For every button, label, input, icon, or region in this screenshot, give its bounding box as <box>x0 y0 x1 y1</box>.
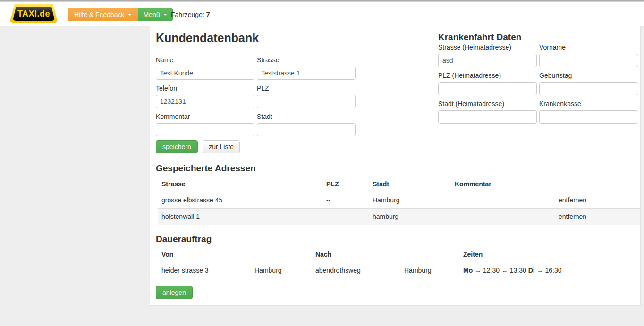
telefon-field-group: Telefon <box>156 84 254 108</box>
stadt-field-group: Stadt <box>257 113 356 136</box>
strasse-input[interactable] <box>257 67 356 80</box>
krankenfahrt-title: Krankenfahrt Daten <box>438 32 521 42</box>
adressen-header-kommentar: Kommentar <box>451 176 555 192</box>
anlegen-button[interactable]: anlegen <box>156 286 193 299</box>
zeiten-segment: → 16:30 <box>537 267 562 274</box>
dauerauftrag-header-row: Von Nach Zeiten <box>158 247 640 262</box>
kommentar-input[interactable] <box>156 123 254 136</box>
heimat-plz-input[interactable] <box>438 82 537 95</box>
dauerauftrag-title: Dauerauftrag <box>156 234 212 244</box>
taxi-logo-sign: TAXI.de <box>13 7 55 21</box>
adresse-stadt-cell: Hamburg <box>369 192 451 209</box>
menu-label: Menü <box>144 11 160 18</box>
hilfe-feedback-button[interactable]: Hilfe & Feedback <box>68 8 138 21</box>
heimat-stadt-input[interactable] <box>438 110 537 124</box>
name-field-group: Name <box>156 56 254 80</box>
hilfe-feedback-label: Hilfe & Feedback <box>74 11 125 18</box>
adressen-header-row: Strasse PLZ Stadt Kommentar <box>158 176 640 192</box>
main-content-panel: Kundendatenbank Name Strasse Telefon PLZ… <box>150 26 641 306</box>
adressen-header-stadt: Stadt <box>369 176 451 192</box>
dauerauftrag-header-nach: Nach <box>312 247 400 262</box>
zeiten-day: Di <box>528 267 535 274</box>
adresse-strasse-cell: holstenwall 1 <box>158 209 322 225</box>
von-strasse-cell: heider strasse 3 <box>158 262 251 279</box>
stadt-label: Stadt <box>257 113 356 120</box>
zeiten-segment: → 12:30 ← 13:30 <box>475 267 526 274</box>
dauerauftrag-header-von: Von <box>158 247 251 262</box>
adressen-table: Strasse PLZ Stadt Kommentar grosse elbst… <box>158 176 640 225</box>
strasse-label: Strasse <box>257 56 356 64</box>
von-stadt-cell: Hamburg <box>251 262 312 279</box>
page-title: Kundendatenbank <box>156 31 259 45</box>
header-button-group: Hilfe & Feedback Menü <box>68 8 173 21</box>
adresse-kommentar-cell <box>451 209 555 225</box>
dauerauftrag-header-von-stadt <box>251 247 312 262</box>
taxi-logo[interactable]: TAXI.de <box>9 4 58 23</box>
dauerauftrag-header-zeiten: Zeiten <box>459 247 640 262</box>
krankenkasse-input[interactable] <box>539 110 638 124</box>
caret-down-icon <box>128 14 132 16</box>
top-header-bar: TAXI.de Hilfe & Feedback Menü Fahrzeuge:… <box>0 2 644 26</box>
heimat-stadt-field-group: Stadt (Heimatadresse) <box>438 100 537 124</box>
adressen-header-actions <box>555 176 640 192</box>
fahrzeuge-label: Fahrzeuge: <box>171 11 204 18</box>
heimat-strasse-label: Strasse (Heimatadresse) <box>438 43 537 51</box>
table-row: heider strasse 3 Hamburg abendrothsweg H… <box>158 262 640 279</box>
zur-liste-button[interactable]: zur Liste <box>203 140 240 153</box>
adresse-stadt-cell: hamburg <box>369 209 451 225</box>
table-row: grosse elbstrasse 45 -- Hamburg entferne… <box>158 192 640 209</box>
kommentar-label: Kommentar <box>156 113 254 120</box>
adressen-header-plz: PLZ <box>322 176 369 192</box>
geburtstag-label: Geburtstag <box>539 72 638 79</box>
adresse-plz-cell: -- <box>322 192 369 209</box>
taxi-logo-text: TAXI.de <box>17 9 50 19</box>
telefon-input[interactable] <box>156 95 254 108</box>
nach-stadt-cell: Hamburg <box>400 262 459 279</box>
adressen-title: Gespeicherte Adressen <box>156 163 256 174</box>
adresse-strasse-cell: grosse elbstrasse 45 <box>158 192 322 209</box>
vorname-field-group: Vorname <box>539 43 638 67</box>
dauerauftrag-table: Von Nach Zeiten heider strasse 3 Hamburg… <box>158 247 640 278</box>
table-row: holstenwall 1 -- hamburg entfernen <box>158 209 640 225</box>
name-input[interactable] <box>156 67 254 80</box>
name-label: Name <box>156 56 254 64</box>
heimat-plz-field-group: PLZ (Heimatadresse) <box>438 72 537 95</box>
heimat-stadt-label: Stadt (Heimatadresse) <box>438 100 537 108</box>
strasse-field-group: Strasse <box>257 56 356 80</box>
telefon-label: Telefon <box>156 84 254 92</box>
menu-button[interactable]: Menü <box>138 8 173 21</box>
krankenkasse-field-group: Krankenkasse <box>539 100 638 124</box>
plz-label: PLZ <box>257 84 356 92</box>
dauerauftrag-header-nach-stadt <box>400 247 459 262</box>
krankenkasse-label: Krankenkasse <box>539 100 638 108</box>
caret-down-icon <box>163 14 167 16</box>
vorname-input[interactable] <box>539 54 638 67</box>
fahrzeuge-counter: Fahrzeuge: 7 <box>171 11 210 18</box>
heimat-strasse-input[interactable] <box>438 54 537 67</box>
heimat-strasse-field-group: Strasse (Heimatadresse) <box>438 43 537 67</box>
entfernen-link[interactable]: entfernen <box>559 213 586 220</box>
kommentar-field-group: Kommentar <box>156 113 254 136</box>
plz-field-group: PLZ <box>257 84 356 108</box>
adresse-kommentar-cell <box>451 192 555 209</box>
stadt-input[interactable] <box>257 123 356 136</box>
heimat-plz-label: PLZ (Heimatadresse) <box>438 72 537 79</box>
fahrzeuge-count: 7 <box>206 11 210 18</box>
nach-strasse-cell: abendrothsweg <box>312 262 400 279</box>
adresse-plz-cell: -- <box>322 209 369 225</box>
speichern-button[interactable]: speichern <box>156 140 198 153</box>
geburtstag-field-group: Geburtstag <box>539 72 638 95</box>
adressen-header-strasse: Strasse <box>158 176 322 192</box>
zeiten-cell: Mo → 12:30 ← 13:30 Di → 16:30 <box>459 262 640 279</box>
entfernen-link[interactable]: entfernen <box>559 196 586 204</box>
plz-input[interactable] <box>257 95 356 108</box>
zeiten-day: Mo <box>463 267 473 274</box>
form-actions: speichern zur Liste <box>156 140 240 153</box>
geburtstag-input[interactable] <box>539 82 638 95</box>
vorname-label: Vorname <box>539 43 638 51</box>
